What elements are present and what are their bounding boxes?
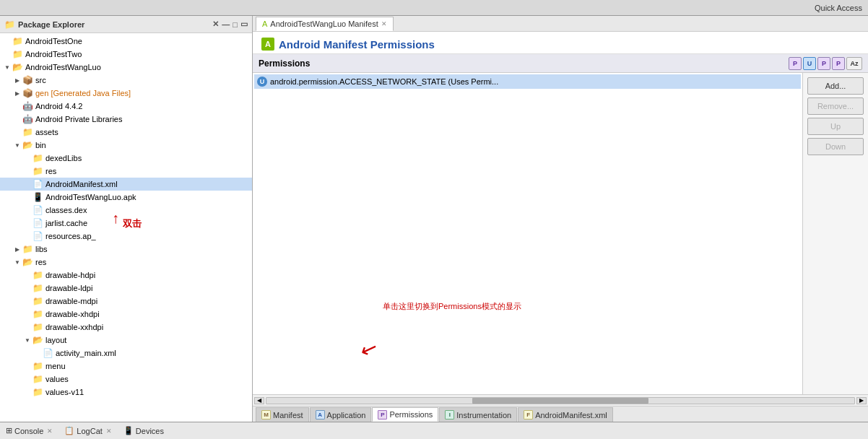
tab-androidmanifestxml[interactable]: F AndroidManifest.xml xyxy=(518,407,613,422)
status-devices[interactable]: 📱 Devices xyxy=(123,426,164,435)
tree-item-assets[interactable]: 📁assets xyxy=(0,126,252,139)
tree-label-bin: bin xyxy=(35,141,46,149)
tree-arrow-src: ▶ xyxy=(13,77,22,84)
android-manifest-icon: A xyxy=(261,38,274,51)
editor-tab-bar: A AndroidTestWangLuo Manifest ✕ xyxy=(253,16,868,32)
tree-item-bin[interactable]: ▼📂bin xyxy=(0,139,252,152)
tab-instrumentation-icon: I xyxy=(445,410,454,420)
tree-item-res[interactable]: ▼📂res xyxy=(0,256,252,269)
permission-item-0[interactable]: U android.permission.ACCESS_NETWORK_STAT… xyxy=(254,74,801,89)
tree-item-classesdex[interactable]: 📄classes.dex xyxy=(0,204,252,217)
tree-item-android442[interactable]: 🤖Android 4.4.2 xyxy=(0,100,252,113)
tree-item-AndroidTestTwo[interactable]: 📁AndroidTestTwo xyxy=(0,48,252,61)
package-explorer-panel: 📁 Package Explorer ✕ — □ ▭ 📁AndroidTestO… xyxy=(0,16,253,422)
scroll-right-arrow[interactable]: ▶ xyxy=(856,397,867,404)
tree-item-src[interactable]: ▶📦src xyxy=(0,74,252,87)
perm-icon-u[interactable]: U xyxy=(803,57,816,70)
editor-tab-active[interactable]: A AndroidTestWangLuo Manifest ✕ xyxy=(256,17,394,31)
h-scrollbar-thumb[interactable] xyxy=(472,398,648,404)
tree-item-menu[interactable]: 📁menu xyxy=(0,360,252,373)
scroll-left-arrow[interactable]: ◀ xyxy=(254,397,264,404)
main-area: 📁 Package Explorer ✕ — □ ▭ 📁AndroidTestO… xyxy=(0,16,868,422)
tree-label-drawable-xxhdpi: drawable-xxhdpi xyxy=(45,323,103,331)
status-logcat[interactable]: 📋 LogCat ✕ xyxy=(64,426,111,435)
tree-arrow-bin: ▼ xyxy=(13,142,22,149)
tree-label-AndroidTestTwo: AndroidTestTwo xyxy=(25,50,82,58)
tree-icon-drawable-ldpi: 📁 xyxy=(32,283,43,293)
tree-icon-AndroidTestWangLuo: 📂 xyxy=(12,62,23,72)
editor-tab-close[interactable]: ✕ xyxy=(381,20,387,27)
status-console[interactable]: ⊞ Console ✕ xyxy=(6,426,53,435)
tree-label-AndroidTestWangLuo: AndroidTestWangLuo xyxy=(25,63,101,71)
up-button[interactable]: Up xyxy=(807,118,864,135)
tab-application-icon: A xyxy=(316,410,325,420)
tree-item-libs[interactable]: ▶📁libs xyxy=(0,243,252,256)
tab-application[interactable]: A Application xyxy=(310,407,372,422)
tree-label-src: src xyxy=(35,76,46,84)
tree-label-drawable-mdpi: drawable-mdpi xyxy=(45,297,97,305)
tree-icon-androidprivlib: 🤖 xyxy=(22,114,33,124)
tree-item-drawable-xxhdpi[interactable]: 📁drawable-xxhdpi xyxy=(0,321,252,334)
tab-application-label: Application xyxy=(327,411,366,420)
tree-item-layout[interactable]: ▼📂layout xyxy=(0,334,252,347)
tree-item-AndroidTestOne[interactable]: 📁AndroidTestOne xyxy=(0,35,252,48)
tree-icon-dexedLibs: 📁 xyxy=(32,153,43,163)
permissions-icons: P U P P Az xyxy=(789,57,862,70)
tree-item-dexedLibs[interactable]: 📁dexedLibs xyxy=(0,152,252,165)
tree-item-drawable-xhdpi[interactable]: 📁drawable-xhdpi xyxy=(0,308,252,321)
tree-icon-resourcesap: 📄 xyxy=(32,231,43,241)
tab-instrumentation[interactable]: I Instrumentation xyxy=(439,407,517,422)
tree-label-resourcesap: resources.ap_ xyxy=(45,232,96,240)
tab-instrumentation-label: Instrumentation xyxy=(456,411,511,420)
devices-label: Devices xyxy=(136,427,164,435)
tree-item-drawable-hdpi[interactable]: 📁drawable-hdpi xyxy=(0,269,252,282)
tree-item-values[interactable]: 📁values xyxy=(0,373,252,386)
console-close[interactable]: ✕ xyxy=(47,427,53,435)
permissions-header: Permissions P U P P Az xyxy=(253,54,868,73)
permission-item-label: android.permission.ACCESS_NETWORK_STATE … xyxy=(270,77,498,86)
perm-icon-p1[interactable]: P xyxy=(789,57,802,70)
tree-item-AndroidManifestxml[interactable]: 📄AndroidManifest.xml xyxy=(0,178,252,191)
tab-manifest[interactable]: M Manifest xyxy=(256,407,309,422)
tree-label-AndroidTestOne: AndroidTestOne xyxy=(25,37,82,45)
tree-arrow-layout: ▼ xyxy=(23,337,32,344)
down-button[interactable]: Down xyxy=(807,138,864,155)
perm-icon-p3[interactable]: P xyxy=(832,57,845,70)
tab-manifest-label: Manifest xyxy=(273,411,303,420)
tree-item-jarlistcache[interactable]: 📄jarlist.cache xyxy=(0,217,252,230)
close-icon[interactable]: ✕ xyxy=(212,19,219,29)
devices-icon: 📱 xyxy=(123,426,134,435)
tree-container[interactable]: 📁AndroidTestOne📁AndroidTestTwo▼📂AndroidT… xyxy=(0,33,252,422)
add-button[interactable]: Add... xyxy=(807,77,864,95)
permissions-list-area[interactable]: U android.permission.ACCESS_NETWORK_STAT… xyxy=(253,73,803,394)
tree-icon-libs: 📁 xyxy=(22,244,33,254)
remove-button[interactable]: Remove... xyxy=(807,97,864,115)
expand-icon[interactable]: ▭ xyxy=(240,19,248,29)
package-explorer-title: Package Explorer xyxy=(18,20,84,29)
tree-label-androidprivlib: Android Private Libraries xyxy=(35,115,122,123)
tab-manifest-icon: M xyxy=(261,410,271,420)
tab-xml-label: AndroidManifest.xml xyxy=(535,411,607,420)
perm-icon-az[interactable]: Az xyxy=(846,57,862,70)
tree-item-AndroidTestWangLuoapk[interactable]: 📱AndroidTestWangLuo.apk xyxy=(0,191,252,204)
h-scrollbar[interactable] xyxy=(266,397,855,404)
bottom-tabs-bar: M Manifest A Application P Permissions I… xyxy=(253,406,868,422)
tree-item-androidprivlib[interactable]: 🤖Android Private Libraries xyxy=(0,113,252,126)
tree-item-AndroidTestWangLuo[interactable]: ▼📂AndroidTestWangLuo xyxy=(0,61,252,74)
tree-item-drawable-ldpi[interactable]: 📁drawable-ldpi xyxy=(0,282,252,295)
tree-item-valuesv11[interactable]: 📁values-v11 xyxy=(0,386,252,399)
minimize-icon[interactable]: — xyxy=(222,20,230,29)
tree-label-activitymainxml: activity_main.xml xyxy=(56,349,116,357)
tree-item-resourcesap[interactable]: 📄resources.ap_ xyxy=(0,230,252,243)
tree-label-menu: menu xyxy=(45,362,66,370)
tree-item-res2[interactable]: 📁res xyxy=(0,165,252,178)
logcat-close[interactable]: ✕ xyxy=(106,427,112,435)
tree-item-activitymainxml[interactable]: 📄activity_main.xml xyxy=(0,347,252,360)
perm-icon-p2[interactable]: P xyxy=(817,57,830,70)
tree-icon-activitymainxml: 📄 xyxy=(42,348,53,358)
maximize-icon[interactable]: □ xyxy=(233,20,238,29)
tree-item-drawable-mdpi[interactable]: 📁drawable-mdpi xyxy=(0,295,252,308)
manifest-title-text: Android Manifest Permissions xyxy=(279,38,435,51)
tab-permissions[interactable]: P Permissions xyxy=(372,407,438,422)
tree-item-gen[interactable]: ▶📦gen [Generated Java Files] xyxy=(0,87,252,100)
